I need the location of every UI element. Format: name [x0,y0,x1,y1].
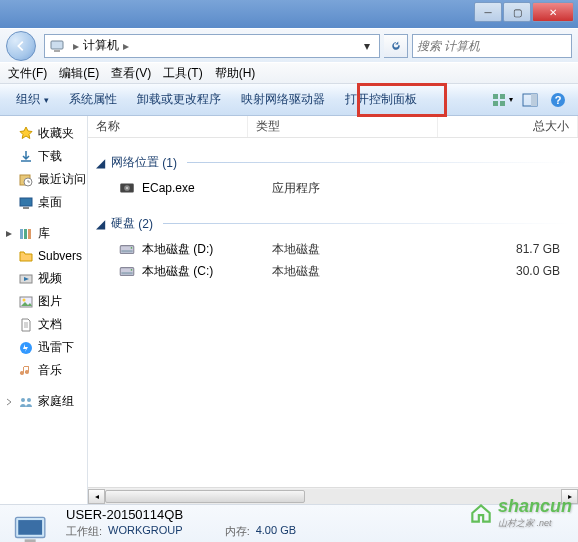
breadcrumb-arrow2: ▸ [123,39,129,53]
main-pane: 名称 类型 总大小 ◢ 网络位置 (1) ECap.exe 应用程序 ◢ 硬盘 … [88,116,578,504]
open-control-panel-button[interactable]: 打开控制面板 [335,87,427,112]
menu-tools[interactable]: 工具(T) [157,63,208,84]
details-memory-value: 4.00 GB [256,524,296,539]
details-title: USER-20150114QB [66,507,296,522]
computer-icon [49,38,65,54]
expand-icon [5,398,13,406]
tree-desktop[interactable]: 桌面 [0,191,87,214]
tree-subversion[interactable]: Subvers [0,245,87,267]
tree-xunlei[interactable]: 迅雷下 [0,336,87,359]
document-icon [18,317,34,333]
window-titlebar: ─ ▢ ✕ [0,0,578,28]
svg-rect-29 [121,250,132,252]
col-name[interactable]: 名称 [88,116,248,137]
collapse-triangle-icon: ◢ [96,156,105,170]
col-total[interactable]: 总大小 [438,116,578,137]
pane-icon [522,92,538,108]
svg-rect-9 [531,94,537,106]
file-list[interactable]: ◢ 网络位置 (1) ECap.exe 应用程序 ◢ 硬盘 (2) 本地磁盘 (… [88,138,578,487]
svg-point-33 [131,269,133,271]
svg-point-27 [126,187,128,189]
tree-pictures[interactable]: 图片 [0,290,87,313]
organize-button[interactable]: 组织 [6,87,59,112]
maximize-button[interactable]: ▢ [503,2,531,22]
close-button[interactable]: ✕ [532,2,574,22]
star-icon [18,126,34,142]
toolbar: 组织 系统属性 卸载或更改程序 映射网络驱动器 打开控制面板 ▾ ? [0,84,578,116]
group-hard-disks[interactable]: ◢ 硬盘 (2) [96,215,570,232]
item-ecap[interactable]: ECap.exe 应用程序 [96,177,570,199]
minimize-button[interactable]: ─ [474,2,502,22]
menu-edit[interactable]: 编辑(E) [53,63,105,84]
refresh-icon [390,40,402,52]
exe-icon [118,179,136,197]
svg-rect-6 [493,101,498,106]
system-properties-button[interactable]: 系统属性 [59,87,127,112]
back-button[interactable] [6,31,36,61]
map-network-drive-button[interactable]: 映射网络驱动器 [231,87,335,112]
menu-view[interactable]: 查看(V) [105,63,157,84]
help-icon: ? [550,92,566,108]
tree-favorites[interactable]: 收藏夹 [0,122,87,145]
watermark: shancun 山村之家 .net [468,496,572,530]
tree-recent[interactable]: 最近访问 [0,168,87,191]
homegroup-icon [18,394,34,410]
refresh-button[interactable] [384,34,408,58]
svg-rect-5 [500,94,505,99]
desktop-icon [18,195,34,211]
scroll-left-button[interactable]: ◂ [88,489,105,504]
folder-icon [18,248,34,264]
address-dropdown[interactable]: ▾ [357,35,375,57]
navigation-bar: ▸ 计算机 ▸ ▾ [0,28,578,62]
collapse-triangle-icon: ◢ [96,217,105,231]
svg-point-23 [21,398,25,402]
breadcrumb-location[interactable]: 计算机 [83,37,119,54]
view-icon [491,92,507,108]
col-type[interactable]: 类型 [248,116,438,137]
recent-icon [18,172,34,188]
menu-bar: 文件(F) 编辑(E) 查看(V) 工具(T) 帮助(H) [0,62,578,84]
svg-rect-17 [24,229,27,239]
watermark-logo-icon [468,500,494,526]
picture-icon [18,294,34,310]
svg-rect-18 [28,229,31,239]
column-headers: 名称 类型 总大小 [88,116,578,138]
details-workgroup-value: WORKGROUP [108,524,183,539]
tree-music[interactable]: 音乐 [0,359,87,382]
address-bar[interactable]: ▸ 计算机 ▸ ▾ [44,34,380,58]
drive-icon [118,262,136,280]
search-input[interactable] [417,39,568,53]
view-options-button[interactable]: ▾ [490,88,514,112]
music-icon [18,363,34,379]
svg-rect-7 [500,101,505,106]
svg-point-30 [131,247,133,249]
collapse-icon [5,230,13,238]
svg-point-21 [23,298,26,301]
group-network-location[interactable]: ◢ 网络位置 (1) [96,154,570,171]
menu-file[interactable]: 文件(F) [2,63,53,84]
help-button[interactable]: ? [546,88,570,112]
svg-rect-0 [51,41,63,49]
preview-pane-button[interactable] [518,88,542,112]
tree-downloads[interactable]: 下载 [0,145,87,168]
download-icon [18,149,34,165]
tree-libraries[interactable]: 库 [0,222,87,245]
svg-rect-16 [20,229,23,239]
scroll-thumb[interactable] [105,490,305,503]
tree-videos[interactable]: 视频 [0,267,87,290]
drive-icon [118,240,136,258]
search-box[interactable] [412,34,572,58]
breadcrumb-arrow: ▸ [73,39,79,53]
back-arrow-icon [14,39,28,53]
svg-rect-15 [23,207,29,209]
item-disk-c[interactable]: 本地磁盘 (C:) 本地磁盘 30.0 GB [96,260,570,282]
tree-documents[interactable]: 文档 [0,313,87,336]
uninstall-programs-button[interactable]: 卸载或更改程序 [127,87,231,112]
menu-help[interactable]: 帮助(H) [209,63,262,84]
item-disk-d[interactable]: 本地磁盘 (D:) 本地磁盘 81.7 GB [96,238,570,260]
tree-homegroup[interactable]: 家庭组 [0,390,87,413]
navigation-tree: 收藏夹 下载 最近访问 桌面 库 Subvers [0,116,88,504]
svg-rect-1 [54,50,60,52]
svg-rect-4 [493,94,498,99]
library-icon [18,226,34,242]
